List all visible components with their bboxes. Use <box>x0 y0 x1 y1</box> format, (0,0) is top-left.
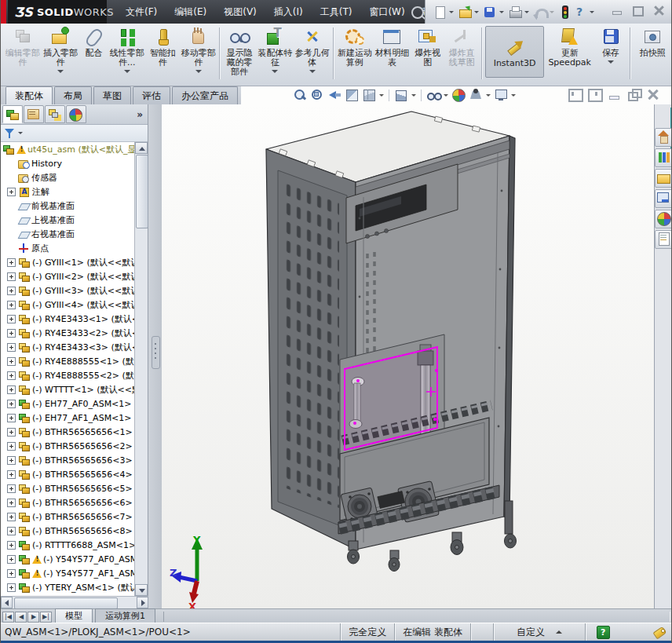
ribbon-button-motion-study[interactable]: 新建运动算例 <box>337 26 372 82</box>
appearances-icon[interactable] <box>655 210 672 228</box>
split-pane-right-icon[interactable] <box>587 89 602 100</box>
ribbon-button-save[interactable]: 保存 <box>595 26 626 82</box>
menu-item[interactable]: 工具(T) <box>312 3 361 21</box>
tree-item[interactable]: (-) BTHR56565656<6> (默认 <box>1 495 135 510</box>
tree-item[interactable]: (-) BTHR56565656<2> (默认 <box>1 439 135 453</box>
doc-close-icon[interactable] <box>646 89 661 100</box>
tree-item[interactable]: (-) EH77_AF1_ASM<1> (默认 <box>1 411 135 425</box>
expand-plus-icon[interactable] <box>7 499 16 507</box>
expand-plus-icon[interactable] <box>7 414 16 422</box>
filter-funnel-icon[interactable] <box>4 128 15 139</box>
tree-root-item[interactable]: ut45u_asm (默认<默认_显示 <box>1 142 135 156</box>
print-icon[interactable] <box>509 5 522 19</box>
next-icon[interactable] <box>27 612 39 623</box>
tree-item[interactable]: (-) EH77_AF0_ASM<1> (默认 <box>1 396 135 411</box>
split-pane-left-icon[interactable] <box>568 89 583 100</box>
ribbon-button-linear-pattern[interactable]: 线性零部件... <box>109 26 144 82</box>
ribbon-button-reference-geometry[interactable]: 参考几何体 <box>294 26 330 82</box>
ribbon-button-bom[interactable]: 材料明细表 <box>374 26 410 82</box>
hide-show-items-icon[interactable] <box>426 88 440 102</box>
open-icon[interactable] <box>458 5 472 19</box>
ribbon-button-update-speedpak[interactable]: 更新 Speedpak <box>546 26 593 82</box>
tree-vertical-scrollbar[interactable] <box>134 142 148 596</box>
filter-dropdown-arrow[interactable] <box>18 132 23 134</box>
tree-item[interactable]: (-) RTTTT6688_ASM<1> (默认 <box>1 538 135 552</box>
view-settings-icon[interactable] <box>494 88 508 102</box>
dropdown-arrow[interactable] <box>511 94 516 97</box>
tree-item[interactable]: (-) RY4E888555<2> (默认<< <box>1 368 135 382</box>
expand-plus-icon[interactable] <box>7 583 16 592</box>
section-view-icon[interactable] <box>345 88 359 102</box>
tree-item[interactable]: (-) Y54Y577_AF0_ASM<1: <box>1 552 135 566</box>
tree-item[interactable]: 上视基准面 <box>1 213 135 227</box>
tree-item[interactable]: (-) BTHR56565656<1> (默认 <box>1 425 135 439</box>
tree-item[interactable]: (-) BTHR56565656<8> (默认 <box>1 524 135 538</box>
save-dropdown-arrow[interactable] <box>499 11 504 13</box>
previous-view-icon[interactable] <box>327 88 341 102</box>
expand-plus-icon[interactable] <box>7 287 16 295</box>
menu-item[interactable]: 视图(V) <box>215 3 265 21</box>
expand-plus-icon[interactable] <box>7 569 16 578</box>
tree-item[interactable]: 前视基准面 <box>1 199 135 213</box>
custom-status[interactable]: 自定义 <box>493 623 585 641</box>
expand-plus-icon[interactable] <box>7 272 16 281</box>
new-dropdown-arrow[interactable] <box>449 11 454 13</box>
ribbon-button-exploded-view[interactable]: 爆炸视图 <box>411 26 444 82</box>
zoom-fit-icon[interactable] <box>293 88 307 102</box>
ribbon-button-smart-fasteners[interactable]: 智能扣件 <box>147 26 179 82</box>
tag-icon[interactable] <box>652 626 667 638</box>
tree-item[interactable]: (-) RY4E3433<3> (默认<<默 <box>1 340 135 354</box>
tree-item[interactable]: (-) GYIII<4> (默认<<默认>. <box>1 298 135 312</box>
tree-item[interactable]: (-) WTTTT<1> (默认<<默认 <box>1 382 135 396</box>
scrollbar-thumb[interactable] <box>14 597 118 609</box>
panel-splitter[interactable] <box>148 104 162 608</box>
command-tab[interactable]: 评估 <box>133 86 170 104</box>
print-dropdown-arrow[interactable] <box>524 11 529 13</box>
scroll-right-icon[interactable] <box>137 597 148 608</box>
home-icon[interactable] <box>655 128 672 147</box>
tree-item[interactable]: 传感器 <box>1 170 135 184</box>
save-icon[interactable] <box>484 5 497 19</box>
expand-plus-icon[interactable] <box>7 541 16 550</box>
tree-item[interactable]: (-) BTHR56565656<7> (默认 <box>1 510 135 524</box>
question-icon[interactable] <box>597 626 610 639</box>
first-icon[interactable] <box>2 612 14 623</box>
command-tab[interactable]: 草图 <box>93 86 131 104</box>
view-palette-icon[interactable] <box>655 189 672 208</box>
expand-plus-icon[interactable] <box>7 513 16 521</box>
propertymanager-icon[interactable] <box>24 105 44 123</box>
ribbon-button-show-hidden[interactable]: 显示隐藏的零部件 <box>223 26 255 82</box>
tree-item[interactable]: (-) RY4E888555<1> (默认<< <box>1 354 135 368</box>
displaymanager-icon[interactable] <box>66 105 86 123</box>
tree-item[interactable]: (-) GYIII<3> (默认<<默认>. <box>1 283 135 298</box>
ribbon-button-move-component[interactable]: 移动零部件 <box>181 26 216 82</box>
expand-plus-icon[interactable] <box>7 400 16 408</box>
open-dropdown-arrow[interactable] <box>474 11 479 13</box>
dropdown-arrow[interactable] <box>379 94 384 97</box>
featuremanager-icon[interactable] <box>2 105 23 123</box>
expand-plus-icon[interactable] <box>7 329 16 338</box>
expand-plus-icon[interactable] <box>7 301 16 309</box>
graphics-viewport[interactable]: Y Z X <box>162 104 654 608</box>
expand-plus-icon[interactable] <box>7 315 16 323</box>
expand-plus-icon[interactable] <box>7 527 16 535</box>
display-style-icon[interactable] <box>394 88 408 102</box>
expand-plus-icon[interactable] <box>7 188 16 196</box>
tree-item[interactable]: (-) BTHR56565656<4> (默认 <box>1 467 135 481</box>
tree-item[interactable]: (-) RY4E3433<2> (默认<<默 <box>1 326 135 340</box>
panel-overflow-chevron[interactable]: » <box>137 109 143 120</box>
tree-item[interactable]: (-) RY4E3433<1> (默认<<默 <box>1 312 135 326</box>
expand-plus-icon[interactable] <box>7 357 16 366</box>
last-icon[interactable] <box>40 612 52 623</box>
tree-item[interactable]: (-) BTHR56565656<3> (默认 <box>1 453 135 467</box>
dropdown-arrow[interactable] <box>272 70 278 73</box>
help-icon[interactable] <box>574 5 587 19</box>
close-icon[interactable] <box>651 5 667 17</box>
dropdown-arrow[interactable] <box>411 94 416 97</box>
edit-appearance-icon[interactable] <box>451 88 466 102</box>
scrollbar-thumb[interactable] <box>136 155 148 228</box>
dropdown-arrow[interactable] <box>444 94 448 97</box>
expand-plus-icon[interactable] <box>7 371 16 380</box>
configurationmanager-icon[interactable] <box>45 105 65 123</box>
help-dropdown-arrow[interactable] <box>590 11 594 13</box>
